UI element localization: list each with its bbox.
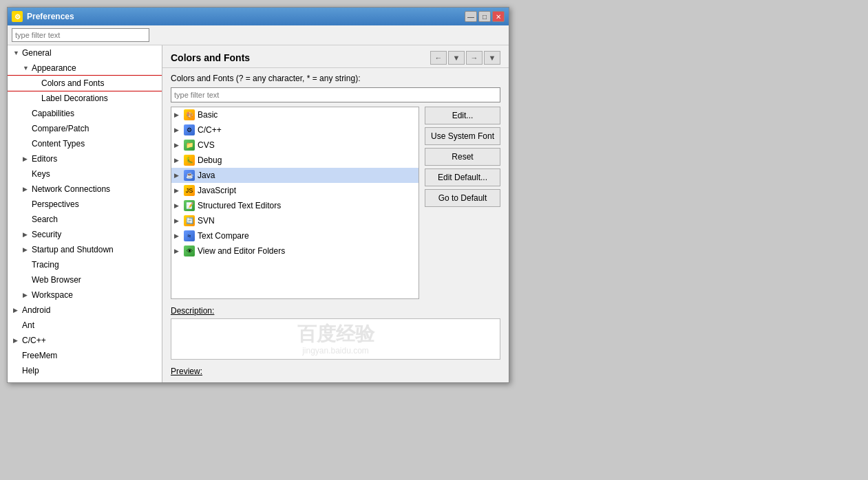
- tree-panel[interactable]: ▶ 🎨 Basic ▶ ⚙ C/C++ ▶ 📁 CVS: [171, 107, 419, 299]
- view-editor-icon: 👁: [184, 246, 195, 257]
- sidebar-label-help: Help: [22, 364, 39, 377]
- panel-title: Colors and Fonts: [171, 52, 250, 63]
- sidebar-label-web-browser: Web Browser: [32, 274, 81, 286]
- arrow-colors-fonts: [32, 77, 39, 89]
- sidebar-label-network-connections: Network Connections: [32, 183, 110, 195]
- tree-label-basic: Basic: [198, 109, 218, 121]
- debug-icon: 🐛: [184, 155, 195, 166]
- sidebar-item-web-browser[interactable]: Web Browser: [8, 272, 162, 287]
- arrow-startup: ▶: [23, 243, 30, 256]
- panel-body: Colors and Fonts (? = any character, * =…: [162, 68, 509, 384]
- sidebar: ▼ General ▼ Appearance Colors and Fonts …: [8, 45, 162, 382]
- tree-item-javascript[interactable]: ▶ JS JavaScript: [171, 183, 419, 198]
- preview-label[interactable]: Preview:: [171, 367, 500, 376]
- arrow-structured: ▶: [174, 199, 181, 212]
- sidebar-label-startup: Startup and Shutdown: [32, 243, 114, 256]
- forward-dropdown-button[interactable]: ▼: [484, 51, 500, 65]
- tree-item-text-compare[interactable]: ▶ ≈ Text Compare: [171, 228, 419, 243]
- tree-item-structured-text[interactable]: ▶ 📝 Structured Text Editors: [171, 198, 419, 213]
- sidebar-item-content-types[interactable]: Content Types: [8, 136, 162, 151]
- structured-icon: 📝: [184, 200, 195, 211]
- arrow-basic: ▶: [174, 109, 181, 121]
- sidebar-label-perspectives: Perspectives: [32, 198, 79, 210]
- panel-filter-input[interactable]: [171, 87, 500, 102]
- sidebar-label-tracing: Tracing: [32, 259, 59, 271]
- sidebar-item-tracing[interactable]: Tracing: [8, 257, 162, 272]
- forward-button[interactable]: →: [466, 51, 483, 65]
- sidebar-label-search: Search: [32, 213, 58, 226]
- tree-label-cvs: CVS: [198, 139, 215, 151]
- sidebar-item-workspace[interactable]: ▶ Workspace: [8, 287, 162, 303]
- sidebar-item-general[interactable]: ▼ General: [8, 45, 162, 61]
- sidebar-label-colors-fonts: Colors and Fonts: [41, 77, 104, 89]
- edit-default-button[interactable]: Edit Default...: [425, 168, 500, 186]
- sidebar-label-label-decorations: Label Decorations: [41, 92, 108, 105]
- back-dropdown-icon: ▼: [453, 54, 461, 62]
- sidebar-label-general: General: [22, 47, 52, 59]
- watermark-text: 百度经验: [297, 323, 374, 346]
- use-system-font-button[interactable]: Use System Font: [425, 127, 500, 145]
- arrow-java: ▶: [174, 169, 181, 182]
- main-filter-input[interactable]: [12, 28, 149, 42]
- back-button[interactable]: ←: [430, 51, 447, 65]
- tree-item-cpp[interactable]: ▶ ⚙ C/C++: [171, 122, 419, 138]
- arrow-general: ▼: [13, 47, 20, 59]
- sidebar-item-search[interactable]: Search: [8, 212, 162, 227]
- tree-item-java[interactable]: ▶ ☕ Java: [171, 168, 419, 183]
- sidebar-item-editors[interactable]: ▶ Editors: [8, 151, 162, 166]
- arrow-network: ▶: [23, 183, 30, 195]
- nav-buttons: ← ▼ → ▼: [430, 51, 500, 65]
- sidebar-item-perspectives[interactable]: Perspectives: [8, 197, 162, 212]
- sidebar-item-cpp[interactable]: ▶ C/C++: [8, 333, 162, 348]
- arrow-web-browser: [23, 274, 30, 286]
- tree-item-svn[interactable]: ▶ 🔄 SVN: [171, 213, 419, 228]
- maximize-button[interactable]: □: [478, 11, 491, 22]
- sidebar-label-cpp: C/C++: [22, 334, 46, 347]
- content-area: ▶ 🎨 Basic ▶ ⚙ C/C++ ▶ 📁 CVS: [171, 107, 500, 299]
- cpp-icon: ⚙: [184, 124, 195, 135]
- sidebar-item-security[interactable]: ▶ Security: [8, 227, 162, 242]
- arrow-install: ▶: [13, 380, 20, 382]
- sidebar-label-android: Android: [22, 304, 50, 316]
- arrow-tracing: [23, 259, 30, 271]
- back-dropdown-button[interactable]: ▼: [448, 51, 465, 65]
- sidebar-label-appearance: Appearance: [32, 62, 76, 74]
- arrow-capabilities: [23, 107, 30, 120]
- description-label[interactable]: Description:: [171, 306, 500, 316]
- sidebar-item-ant[interactable]: Ant: [8, 318, 162, 333]
- description-box: 百度经验 jingyan.baidu.com: [171, 318, 500, 360]
- preferences-window: ⚙ Preferences — □ ✕ ▼ General ▼ Appearan…: [7, 7, 509, 383]
- sidebar-label-keys: Keys: [32, 168, 50, 180]
- tree-label-java: Java: [198, 169, 215, 182]
- arrow-keys: [23, 168, 30, 180]
- tree-item-view-editor[interactable]: ▶ 👁 View and Editor Folders: [171, 243, 419, 259]
- edit-button[interactable]: Edit...: [425, 107, 500, 124]
- reset-button[interactable]: Reset: [425, 148, 500, 166]
- sidebar-item-appearance[interactable]: ▼ Appearance: [8, 61, 162, 76]
- sidebar-item-capabilities[interactable]: Capabilities: [8, 106, 162, 121]
- sidebar-item-startup[interactable]: ▶ Startup and Shutdown: [8, 242, 162, 257]
- sidebar-item-keys[interactable]: Keys: [8, 166, 162, 182]
- panel-header: Colors and Fonts ← ▼ → ▼: [162, 45, 509, 68]
- tree-item-debug[interactable]: ▶ 🐛 Debug: [171, 153, 419, 168]
- sidebar-label-content-types: Content Types: [32, 138, 85, 150]
- sidebar-item-label-decorations[interactable]: Label Decorations: [8, 91, 162, 106]
- arrow-view-editor: ▶: [174, 245, 181, 257]
- title-bar-controls: — □ ✕: [465, 11, 505, 22]
- minimize-button[interactable]: —: [465, 11, 477, 22]
- go-to-default-button[interactable]: Go to Default: [425, 189, 500, 207]
- arrow-workspace: ▶: [23, 289, 30, 301]
- sidebar-item-help[interactable]: Help: [8, 363, 162, 378]
- sidebar-item-compare-patch[interactable]: Compare/Patch: [8, 121, 162, 136]
- sidebar-item-freemem[interactable]: FreeMem: [8, 348, 162, 363]
- arrow-cpp: ▶: [13, 334, 20, 347]
- tree-item-cvs[interactable]: ▶ 📁 CVS: [171, 138, 419, 153]
- tree-label-svn: SVN: [198, 215, 215, 227]
- close-button[interactable]: ✕: [492, 11, 505, 22]
- sidebar-item-network-connections[interactable]: ▶ Network Connections: [8, 182, 162, 197]
- sidebar-item-android[interactable]: ▶ Android: [8, 303, 162, 318]
- js-icon: JS: [184, 185, 195, 196]
- sidebar-item-install-update[interactable]: ▶ Install/Update: [8, 378, 162, 382]
- tree-item-basic[interactable]: ▶ 🎨 Basic: [171, 107, 419, 122]
- sidebar-item-colors-fonts[interactable]: Colors and Fonts: [8, 76, 162, 91]
